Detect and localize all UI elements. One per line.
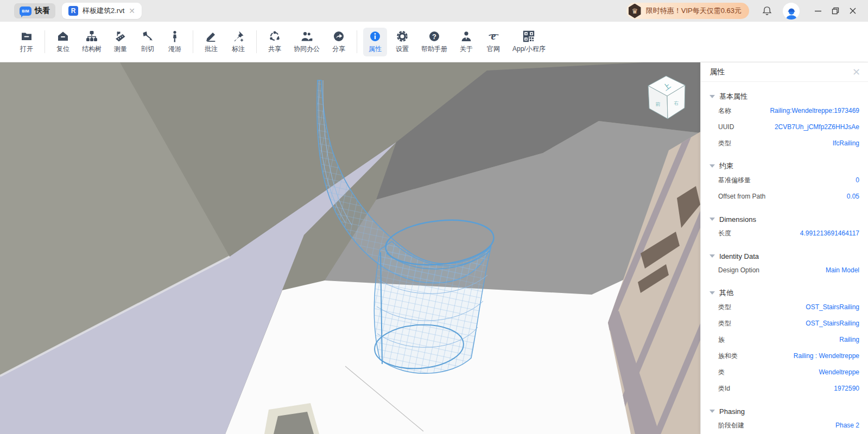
property-label: 名称: [718, 106, 731, 116]
toolbar-item-label: 复位: [56, 44, 69, 54]
section-header[interactable]: 其他: [701, 287, 868, 299]
property-row: 类 Wendeltreppe: [701, 364, 868, 380]
view-cube-side-glyph: 前: [656, 101, 661, 107]
toolbar-item-label: 协同办公: [294, 44, 320, 54]
property-row: Offset from Path 0.05: [701, 188, 868, 205]
browser-e-icon: e: [487, 30, 499, 42]
toolbar-item-help[interactable]: ? 帮助手册: [417, 28, 451, 56]
property-value[interactable]: 1972590: [834, 385, 859, 392]
chevron-down-icon: [709, 254, 715, 258]
svg-text:?: ?: [432, 32, 436, 40]
toolbar-separator: [357, 30, 357, 53]
toolbar-item-about[interactable]: 关于: [454, 28, 478, 56]
property-value[interactable]: Railing: [839, 336, 859, 343]
document-title: 样板建筑2.rvt: [83, 6, 124, 16]
vip-crown-icon: ♛: [628, 4, 642, 18]
toolbar-item-open[interactable]: 打开: [15, 28, 39, 56]
tab-close-icon[interactable]: ✕: [129, 7, 135, 15]
property-row: 类型 OST_StairsRailing: [701, 299, 868, 315]
toolbar-item-measure[interactable]: 测量: [109, 28, 132, 56]
section-header[interactable]: 约束: [701, 160, 868, 172]
close-button[interactable]: [845, 3, 860, 18]
user-avatar[interactable]: [783, 3, 800, 20]
toolbar-item-collaborate[interactable]: 协同办公: [290, 28, 324, 56]
property-value[interactable]: Wendeltreppe: [819, 368, 860, 376]
toolbar-item-section-cut[interactable]: 剖切: [136, 28, 160, 56]
panel-section-other: 其他 类型 OST_StairsRailing 类型 OST_StairsRai…: [701, 287, 868, 397]
property-value[interactable]: Railing : Wendeltreppe: [794, 352, 859, 360]
chevron-down-icon: [709, 95, 715, 98]
toolbar-item-walkthrough[interactable]: 漫游: [163, 28, 187, 56]
property-value[interactable]: IfcRailing: [833, 139, 859, 147]
toolbar-item-settings[interactable]: 设置: [390, 28, 414, 56]
toolbar-item-label: 标注: [232, 44, 245, 54]
toolbar-item-label: 打开: [20, 44, 33, 54]
toolbar-item-label: 设置: [396, 44, 409, 54]
property-value[interactable]: 2CVB7Uh_jCMfp2Z6HHJsAe: [775, 123, 859, 131]
app-logo[interactable]: BIM 快看: [14, 3, 55, 18]
panel-section-constraints: 约束 基准偏移量 0 Offset from Path 0.05: [701, 160, 868, 205]
toolbar-item-label: 批注: [205, 44, 218, 54]
person-bust-icon: [460, 30, 472, 42]
toolbar-item-mini-app[interactable]: App/小程序: [509, 28, 549, 56]
property-value[interactable]: 0.05: [847, 193, 859, 200]
section-header[interactable]: Identity Data: [701, 250, 868, 262]
section-header[interactable]: Dimensions: [701, 213, 868, 225]
revit-file-icon: R: [68, 6, 78, 16]
main-area: 上 前 右 属性 ✕ 基本属性 名称 Railing:Wendeltreppe:…: [0, 62, 868, 434]
property-label: 族: [718, 335, 725, 344]
toolbar-item-label: 共享: [268, 44, 281, 54]
toolbar-item-label: 官网: [487, 44, 500, 54]
properties-panel-header: 属性 ✕: [701, 62, 868, 82]
section-title: 其他: [719, 288, 733, 298]
toolbar-item-properties[interactable]: 属性: [363, 28, 387, 56]
property-label: 长度: [718, 229, 731, 238]
property-label: 类: [718, 368, 725, 377]
panel-close-icon[interactable]: ✕: [852, 67, 860, 77]
property-label: 阶段创建: [718, 421, 744, 430]
toolbar-item-label: 结构树: [82, 44, 102, 54]
section-header[interactable]: Phasing: [701, 405, 868, 417]
toolbar-item-forward[interactable]: 分享: [327, 28, 351, 56]
property-value[interactable]: OST_StairsRailing: [806, 303, 859, 311]
property-row: 类Id 1972590: [701, 380, 868, 397]
panel-section-dimensions: Dimensions 长度 4.991213691464117: [701, 213, 868, 241]
toolbar-item-share-model[interactable]: 共享: [263, 28, 287, 56]
toolbar-separator: [193, 30, 193, 53]
toolbar-item-label-tag[interactable]: 标注: [226, 28, 250, 56]
notification-bell-icon[interactable]: [761, 5, 773, 17]
bim-logo-icon: BIM: [20, 7, 31, 16]
property-label: 族和类: [718, 352, 738, 361]
section-header[interactable]: 基本属性: [701, 91, 868, 103]
property-value[interactable]: 4.991213691464117: [800, 229, 859, 237]
document-tab[interactable]: R 样板建筑2.rvt ✕: [62, 3, 142, 19]
property-value[interactable]: Main Model: [826, 266, 859, 274]
titlebar: BIM 快看 R 样板建筑2.rvt ✕ ♛ 限时特惠！VIP每天仅需0.63元: [0, 0, 868, 22]
section-title: Dimensions: [719, 215, 756, 224]
property-label: 类型: [718, 139, 731, 148]
question-icon: ?: [428, 30, 440, 42]
toolbar-separator: [45, 30, 45, 53]
property-label: 类Id: [718, 384, 730, 393]
section-title: 基本属性: [719, 92, 747, 101]
property-row: 族 Railing: [701, 331, 868, 348]
property-value[interactable]: OST_StairsRailing: [806, 320, 859, 327]
view-cube-side-glyph: 右: [674, 100, 679, 106]
panel-section-phasing: Phasing 阶段创建 Phase 2: [701, 405, 868, 433]
vip-banner[interactable]: ♛ 限时特惠！VIP每天仅需0.63元: [626, 3, 749, 19]
toolbar-item-annotate[interactable]: 批注: [199, 28, 223, 56]
window-controls: [810, 3, 860, 18]
minimize-button[interactable]: [810, 3, 826, 18]
toolbar-item-website[interactable]: e 官网: [481, 28, 505, 56]
property-value[interactable]: 0: [856, 176, 859, 184]
toolbar-item-reset[interactable]: 复位: [51, 28, 75, 56]
property-value[interactable]: Railing:Wendeltreppe:1973469: [770, 107, 859, 114]
qrcode-icon: [523, 30, 535, 42]
toolbar-item-structure-tree[interactable]: 结构树: [78, 28, 105, 56]
3d-viewport[interactable]: 上 前 右: [0, 62, 700, 434]
restore-button[interactable]: [828, 3, 843, 18]
walk-person-icon: [169, 30, 181, 42]
property-value[interactable]: Phase 2: [835, 422, 859, 429]
section-title: Identity Data: [719, 252, 759, 260]
app-name: 快看: [35, 6, 50, 16]
